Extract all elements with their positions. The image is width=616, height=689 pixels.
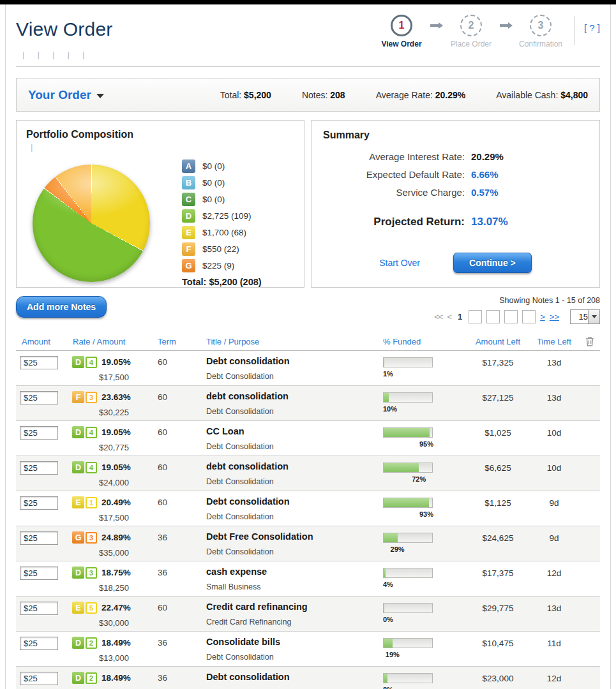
loan-amount: $17,500 [67, 513, 158, 522]
note-row: D 2 18.49% $13,000 36 Consolidate bills … [16, 632, 600, 667]
amount-input[interactable] [20, 391, 58, 404]
projected-return-label: Projected Return: [323, 216, 465, 228]
order-stat: Total: $5,200 [220, 90, 271, 100]
help-link[interactable]: [ ? ] [584, 22, 600, 33]
pagination-prev[interactable]: < [447, 312, 451, 322]
interest-rate: 19.05% [101, 463, 131, 472]
pagination-page[interactable] [469, 310, 482, 323]
funded-progress-bar [383, 357, 433, 367]
summary-row: Service Charge: 0.57% [323, 187, 588, 198]
progress-steps: 1 View Order 2 Place Order 3 Confirmatio… [374, 15, 568, 48]
pagination-next[interactable]: > [540, 312, 545, 322]
note-title: Debt consolidation [206, 356, 383, 366]
funded-percent-label: 72% [412, 475, 496, 483]
legend-total: Total: $5,200 (208) [182, 277, 292, 287]
page-header: View Order 1 View Order 2 Place Order 3 … [16, 4, 600, 44]
col-header-term[interactable]: Term [158, 337, 206, 346]
trash-icon[interactable] [580, 336, 600, 346]
pagination-last[interactable]: >> [550, 312, 559, 322]
term-value: 60 [158, 391, 206, 420]
note-row: D 4 19.05% $24,000 60 debt consolidation… [16, 456, 600, 491]
term-value: 36 [158, 531, 206, 561]
term-value: 36 [158, 567, 206, 596]
your-order-label: Your Order [28, 88, 91, 102]
note-row: D 2 18.49% $25,000 36 Debt consolidation… [16, 667, 600, 689]
projected-return-value: 13.07% [471, 216, 508, 228]
tab-separator: | [26, 142, 38, 152]
amount-input[interactable] [20, 567, 58, 580]
interest-rate: 18.75% [101, 568, 131, 577]
legend-item: F $550 (22) [182, 242, 292, 256]
grade-letter-badge: D [72, 672, 84, 684]
order-stat: Average Rate: 20.29% [376, 90, 466, 100]
page-size-select[interactable]: 15 [570, 309, 600, 324]
funded-percent-label: 8% [383, 686, 467, 689]
loan-amount: $30,225 [67, 408, 158, 417]
note-title: Debt consolidation [206, 672, 383, 682]
funded-percent-label: 19% [386, 651, 470, 658]
interest-rate: 20.49% [101, 498, 131, 507]
col-header-funded[interactable]: % Funded [383, 337, 467, 346]
pagination-page[interactable] [522, 310, 536, 323]
legend-value: $0 (0) [202, 161, 225, 171]
nav-separator: | [16, 50, 31, 59]
grade-badge: A [182, 159, 195, 173]
select-dropdown-button[interactable] [588, 310, 599, 323]
legend-value: $1,700 (68) [202, 228, 246, 237]
amount-input[interactable] [20, 496, 58, 510]
pagination-page[interactable] [486, 310, 500, 323]
col-header-amount[interactable]: Amount [16, 337, 67, 346]
note-row: D 4 19.05% $17,500 60 Debt consolidation… [16, 351, 600, 386]
legend-item: E $1,700 (68) [182, 226, 292, 239]
portfolio-title: Portfolio Composition [26, 129, 294, 140]
summary-title: Summary [323, 130, 588, 141]
legend-value: $225 (9) [202, 261, 234, 270]
pagination-first[interactable]: << [434, 312, 442, 322]
funded-fill [384, 604, 384, 612]
amount-input[interactable] [20, 356, 58, 369]
projected-return-row: Projected Return: 13.07% [323, 216, 588, 228]
amount-input[interactable] [20, 426, 58, 440]
note-purpose: Credit Card Refinancing [206, 618, 383, 626]
pagination-page[interactable] [504, 310, 518, 323]
continue-button[interactable]: Continue > [453, 253, 532, 273]
summary-actions: Start Over Continue > [323, 253, 588, 273]
start-over-link[interactable]: Start Over [379, 258, 420, 268]
note-row: D 4 19.05% $20,775 60 CC Loan Debt Conso… [16, 421, 600, 456]
interest-rate: 19.05% [101, 357, 131, 367]
note-row: D 3 18.75% $18,250 36 cash expense Small… [16, 561, 600, 596]
amount-input[interactable] [20, 461, 58, 475]
amount-left-value: $10,475 [467, 637, 529, 666]
grade-letter-badge: D [72, 461, 84, 473]
funded-percent-label: 93% [419, 510, 504, 518]
your-order-dropdown[interactable]: Your Order [28, 88, 104, 102]
amount-input[interactable] [20, 637, 58, 650]
col-header-amount-left[interactable]: Amount Left [467, 337, 529, 346]
grade-number-badge: 5 [86, 602, 97, 614]
amount-left-value: $24,625 [467, 531, 529, 561]
amount-input[interactable] [20, 672, 58, 685]
note-purpose: Debt Consolidation [206, 477, 383, 486]
funded-fill [384, 639, 393, 648]
pagination-pages [469, 310, 536, 323]
amount-input[interactable] [20, 602, 58, 615]
grade-number-badge: 3 [86, 532, 97, 544]
col-header-time-left[interactable]: Time Left [529, 337, 580, 346]
note-row: E 1 20.49% $17,500 60 Debt consolidation… [16, 491, 600, 526]
summary-rows: Average Interest Rate: 20.29% Expected D… [323, 151, 588, 198]
step-arrow-icon [500, 24, 508, 27]
legend-item: C $0 (0) [182, 193, 292, 206]
add-more-notes-button[interactable]: Add more Notes [16, 296, 107, 318]
portfolio-composition-panel: Portfolio Composition | A $0 (0) B $0 (0… [16, 120, 304, 288]
amount-input[interactable] [20, 531, 58, 545]
col-header-title-purpose[interactable]: Title / Purpose [206, 337, 383, 346]
grade-letter-badge: E [72, 496, 84, 508]
col-header-rate-amount[interactable]: Rate / Amount [67, 337, 158, 346]
step-circle: 1 [391, 15, 412, 36]
interest-rate: 18.49% [101, 638, 131, 648]
funded-percent-label: 29% [391, 545, 475, 553]
step-label: Confirmation [519, 40, 562, 48]
loan-amount: $30,000 [67, 618, 158, 628]
grade-badge: B [182, 176, 195, 189]
grade-letter-badge: F [72, 391, 84, 403]
